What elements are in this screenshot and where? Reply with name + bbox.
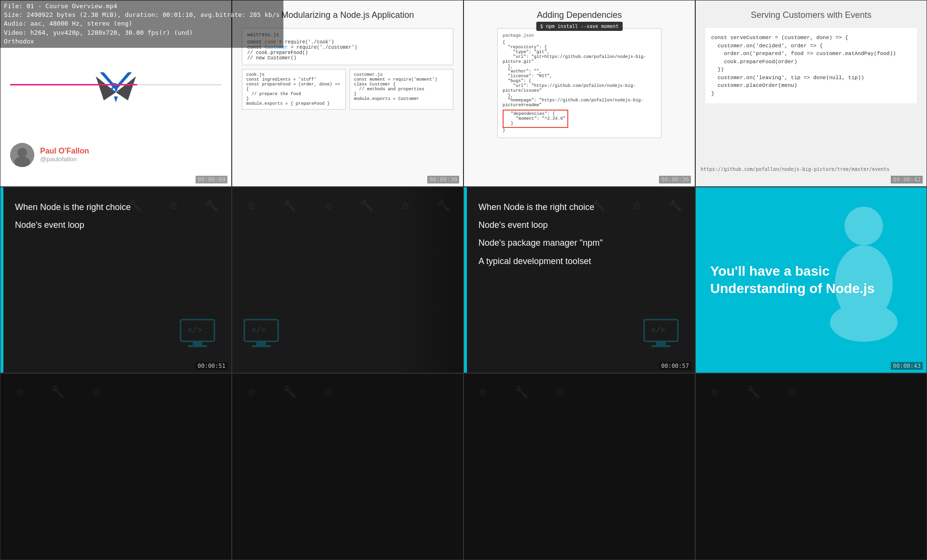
cell-r3c3[interactable]: ⚙ 🔧 ⚙ xyxy=(464,373,695,560)
bg-r3c3: ⚙ 🔧 ⚙ xyxy=(464,374,695,560)
code-row: cook.js const ingredients = 'stuff' cons… xyxy=(242,69,453,110)
when-node-full-item-3: Node's package manager "npm" xyxy=(478,238,685,249)
cell-r3c4[interactable]: ⚙ 🔧 ⚙ xyxy=(695,373,927,560)
svg-text:8: 8 xyxy=(111,80,118,95)
package-json-title: package.json xyxy=(503,33,656,38)
svg-text:</>: </> xyxy=(188,326,202,335)
cell-partial[interactable]: ⚙ 🔧 ⚙ 🔧 ⚙ 🔧 </> xyxy=(232,187,464,374)
file-info-line1: File: 01 - Course Overview.mp4 xyxy=(4,2,280,11)
waitress-code-line3: // cook.prepareFood() xyxy=(247,50,448,56)
progress-bar-container xyxy=(10,84,222,85)
instructor-text: Paul O'Fallon @paulofallon xyxy=(40,147,89,163)
svg-rect-10 xyxy=(193,341,202,345)
computer-icon-full: </> xyxy=(642,317,680,353)
dependencies-slide: Adding Dependencies $ npm install --save… xyxy=(464,0,695,148)
svg-point-20 xyxy=(844,207,883,245)
bg-r3c4: ⚙ 🔧 ⚙ xyxy=(696,374,927,560)
events-slide: Serving Customers with Events const serv… xyxy=(696,0,927,113)
when-node-content-short: When Node is the right choice Node's eve… xyxy=(0,187,231,248)
timestamp-r2c4: 00:00:43 xyxy=(891,362,923,370)
svg-text:</>: </> xyxy=(651,326,665,335)
timestamp-r1c3: 00:00:36 xyxy=(659,176,691,183)
avatar xyxy=(10,143,34,167)
svg-rect-14 xyxy=(256,341,266,345)
cell-when-node-full[interactable]: ⚙ 🔧 ⚙ 🔧 ⚙ 🔧 When Node is the right choic… xyxy=(464,187,695,374)
waitress-code-line4: // new Customer() xyxy=(247,56,448,61)
github-url: https://github.com/pofallon/nodejs-big-p… xyxy=(701,167,907,172)
when-node-full-item-4: A typical development toolset xyxy=(478,256,685,267)
cell-r3c2[interactable]: ⚙ 🔧 ⚙ xyxy=(232,373,464,560)
when-node-item-1: When Node is the right choice xyxy=(15,202,222,213)
cell-dependencies[interactable]: Adding Dependencies $ npm install --save… xyxy=(464,0,695,187)
svg-marker-4 xyxy=(114,97,118,102)
svg-rect-18 xyxy=(656,341,666,345)
events-title: Serving Customers with Events xyxy=(705,10,917,20)
customer-label: customer.js xyxy=(354,72,449,77)
partial-computer-icon: </> xyxy=(242,317,281,353)
when-node-content-full: When Node is the right choice Node's eve… xyxy=(464,187,695,284)
svg-rect-11 xyxy=(188,345,207,347)
svg-rect-19 xyxy=(651,345,671,347)
timestamp-r1c1: 00:00:09 xyxy=(196,176,227,183)
video-grid: 8 Paul O'Fallon @paulofallon xyxy=(0,0,927,560)
when-node-item-2: Node's event loop xyxy=(15,220,222,231)
timestamp-r2c3: 00:00:57 xyxy=(659,362,691,370)
svg-text:</>: </> xyxy=(252,326,266,335)
progress-bar-fill xyxy=(10,84,137,85)
bg-r3c1: ⚙ 🔧 ⚙ xyxy=(0,374,231,560)
instructor-handle: @paulofallon xyxy=(40,155,89,163)
conclusion-content: You'll have a basic Understanding of Nod… xyxy=(696,187,927,373)
instructor-info: Paul O'Fallon @paulofallon xyxy=(10,143,89,167)
cell-when-node-short[interactable]: ⚙ 🔧 ⚙ 🔧 ⚙ 🔧 When Node is the right choic… xyxy=(0,187,232,374)
dependencies-highlight: "dependencies": { "moment": "^2.24.0" } xyxy=(503,110,568,128)
svg-point-6 xyxy=(17,148,27,157)
cell-r3c1[interactable]: ⚙ 🔧 ⚙ xyxy=(0,373,232,560)
dependencies-title: Adding Dependencies xyxy=(474,10,685,20)
instructor-name: Paul O'Fallon xyxy=(40,147,89,155)
package-json-box: $ npm install --save moment package.json… xyxy=(497,28,661,138)
computer-icon: </> xyxy=(178,317,217,353)
cook-code-box: cook.js const ingredients = 'stuff' cons… xyxy=(242,69,346,110)
file-info-line3: Audio: aac, 48000 Hz, stereo (eng) xyxy=(4,19,280,28)
file-info-line2: Size: 2490922 bytes (2.38 MiB), duration… xyxy=(4,11,280,19)
timestamp-r2c1: 00:00:51 xyxy=(196,362,227,370)
bg-r3c2: ⚙ 🔧 ⚙ xyxy=(232,374,463,560)
svg-marker-1 xyxy=(116,76,136,100)
timestamp-r1c4: 00:00:42 xyxy=(891,176,923,183)
cook-label: cook.js xyxy=(246,72,341,77)
file-info-line4: Video: h264, yuv420p, 1280x720, 30.00 fp… xyxy=(4,28,280,37)
when-node-full-item-1: When Node is the right choice xyxy=(478,202,685,213)
file-info: File: 01 - Course Overview.mp4 Size: 249… xyxy=(0,0,283,48)
svg-rect-15 xyxy=(252,345,271,347)
when-node-full-item-2: Node's event loop xyxy=(478,220,685,231)
cell-events[interactable]: Serving Customers with Events const serv… xyxy=(695,0,927,187)
events-code-block: const serveCustomer = (customer, done) =… xyxy=(705,28,917,103)
v8-logo-icon: 8 xyxy=(92,67,140,110)
npm-command: $ npm install --save moment xyxy=(536,22,623,31)
file-info-line5: Orthodox xyxy=(4,37,280,46)
timestamp-r1c2: 00:00:30 xyxy=(427,176,459,183)
svg-point-22 xyxy=(830,303,898,342)
cell-conclusion[interactable]: You'll have a basic Understanding of Nod… xyxy=(695,187,927,374)
person-silhouette xyxy=(815,197,912,364)
customer-code-box: customer.js const moment = require('mome… xyxy=(350,69,453,110)
